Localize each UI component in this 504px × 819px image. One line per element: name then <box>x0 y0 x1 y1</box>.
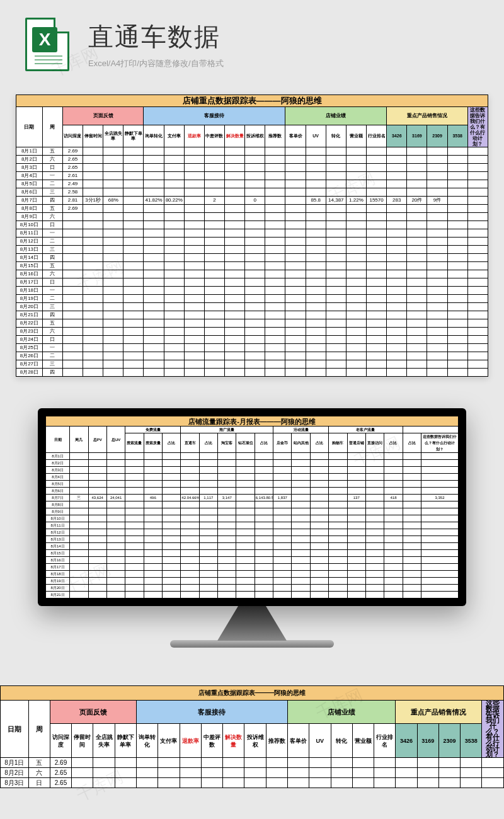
excel-icon <box>25 18 69 71</box>
sheet1-table[interactable]: 店铺重点数据跟踪表———阿狼的思维日期周页面反馈客服接待店铺业绩重点产品销售情况… <box>16 94 488 377</box>
sheet2-table[interactable]: 店铺流量跟踪表-月报表———阿狼的思维日期周几总PV总UV免费流量推广流量活动流… <box>45 416 459 598</box>
sheet1-card: 店铺重点数据跟踪表———阿狼的思维日期周页面反馈客服接待店铺业绩重点产品销售情况… <box>16 94 488 377</box>
page-subtitle: Excel/A4打印/内容随意修改/自带格式 <box>88 58 224 69</box>
page-title: 直通车数据 <box>88 20 224 54</box>
sheet1-crop: 店铺重点数据跟踪表———阿狼的思维日期周页面反馈客服接待店铺业绩重点产品销售情况… <box>0 685 504 788</box>
page-header: 直通车数据 Excel/A4打印/内容随意修改/自带格式 <box>0 0 504 88</box>
sheet1-crop-table[interactable]: 店铺重点数据跟踪表———阿狼的思维日期周页面反馈客服接待店铺业绩重点产品销售情况… <box>0 685 504 788</box>
monitor: 店铺流量跟踪表-月报表———阿狼的思维日期周几总PV总UV免费流量推广流量活动流… <box>38 408 466 648</box>
